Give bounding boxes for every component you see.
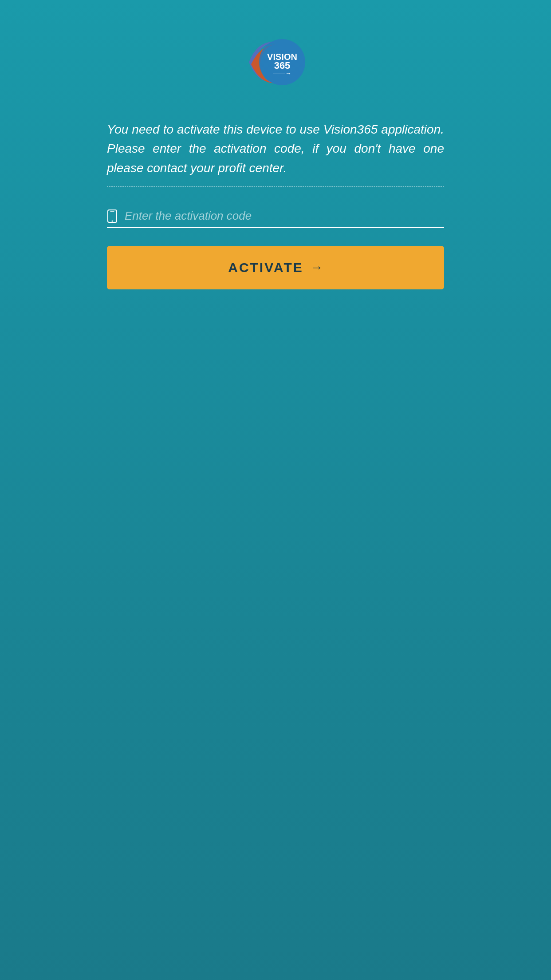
- logo-container: VISION 365 ——→: [240, 36, 311, 89]
- activate-button-label: ACTIVATE: [228, 260, 303, 275]
- description-text: You need to activate this device to use …: [107, 120, 444, 178]
- arrow-icon: →: [311, 261, 323, 275]
- section-divider: [107, 186, 444, 187]
- activation-input-container: [107, 209, 444, 228]
- activation-code-input[interactable]: [125, 209, 444, 223]
- activate-button[interactable]: ACTIVATE →: [107, 246, 444, 289]
- svg-text:——→: ——→: [273, 70, 291, 77]
- vision365-logo: VISION 365 ——→: [240, 36, 311, 89]
- phone-icon: [107, 209, 118, 223]
- svg-point-5: [112, 220, 113, 221]
